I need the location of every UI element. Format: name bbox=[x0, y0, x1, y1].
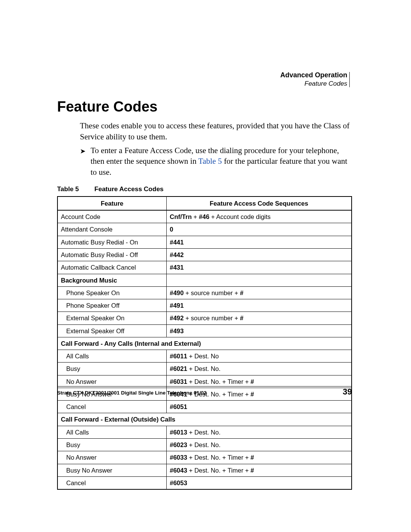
footer-source: Strata CTX DKT3001/2001 Digital Single L… bbox=[57, 390, 207, 396]
sequence-cell: #442 bbox=[167, 249, 352, 261]
col-header-feature: Feature bbox=[57, 197, 167, 210]
arrow-icon: ➤ bbox=[80, 147, 86, 156]
page-number: 39 bbox=[343, 386, 352, 398]
sequence-cell: #6051 bbox=[167, 401, 352, 413]
feature-cell: Phone Speaker On bbox=[57, 286, 167, 299]
table-row: All Calls#6011 + Dest. No bbox=[57, 350, 352, 363]
sequence-cell: #6053 bbox=[167, 476, 352, 489]
table-row: Call Forward - External (Outside) Calls bbox=[57, 413, 352, 426]
feature-cell: Automatic Callback Cancel bbox=[57, 261, 167, 274]
table-row: Busy#6021 + Dest. No. bbox=[57, 363, 352, 375]
sequence-cell: #441 bbox=[167, 236, 352, 248]
feature-cell: No Answer bbox=[57, 451, 167, 464]
table-row: Background Music bbox=[57, 274, 352, 286]
feature-cell: Automatic Busy Redial - On bbox=[57, 236, 167, 248]
sequence-cell: 0 bbox=[167, 223, 352, 236]
section-heading: Call Forward - Any Calls (Internal and E… bbox=[57, 337, 352, 350]
feature-codes-table: Feature Feature Access Code Sequences Ac… bbox=[57, 196, 352, 490]
table-caption-label: Table 5 bbox=[57, 185, 79, 193]
header-section: Advanced Operation bbox=[280, 70, 347, 80]
sequence-cell: #6013 + Dest. No. bbox=[167, 426, 352, 438]
feature-cell: External Speaker Off bbox=[57, 324, 167, 337]
table-caption-title: Feature Access Codes bbox=[94, 185, 164, 193]
feature-cell: Busy bbox=[57, 439, 167, 451]
feature-cell: Automatic Busy Redial - Off bbox=[57, 249, 167, 261]
feature-cell: Attendant Console bbox=[57, 223, 167, 236]
step-paragraph: ➤ To enter a Feature Access Code, use th… bbox=[80, 145, 352, 177]
page-title: Feature Codes bbox=[57, 97, 352, 117]
intro-paragraph: These codes enable you to access these f… bbox=[80, 120, 352, 142]
header-divider bbox=[349, 72, 350, 87]
feature-cell: Phone Speaker Off bbox=[57, 299, 167, 312]
table-row: Attendant Console0 bbox=[57, 223, 352, 236]
footer: Strata CTX DKT3001/2001 Digital Single L… bbox=[57, 386, 352, 398]
sequence-cell: #6011 + Dest. No bbox=[167, 350, 352, 363]
feature-cell: Cancel bbox=[57, 401, 167, 413]
table-row: No Answer#6033 + Dest. No. + Timer + # bbox=[57, 451, 352, 464]
sequence-cell: #492 + source number + # bbox=[167, 312, 352, 324]
page: Advanced Operation Feature Codes Feature… bbox=[0, 0, 411, 532]
feature-cell: All Calls bbox=[57, 350, 167, 363]
table-row: External Speaker On#492 + source number … bbox=[57, 312, 352, 324]
sequence-cell bbox=[167, 274, 352, 286]
table-row: Automatic Callback Cancel#431 bbox=[57, 261, 352, 274]
table-link[interactable]: Table 5 bbox=[198, 157, 222, 166]
sequence-cell: #431 bbox=[167, 261, 352, 274]
table-row: Cancel#6051 bbox=[57, 401, 352, 413]
section-heading: Background Music bbox=[57, 274, 167, 286]
table-caption: Table 5 Feature Access Codes bbox=[57, 185, 352, 194]
feature-cell: Account Code bbox=[57, 210, 167, 223]
feature-cell: Cancel bbox=[57, 476, 167, 489]
feature-cell: Busy bbox=[57, 363, 167, 375]
feature-cell: All Calls bbox=[57, 426, 167, 438]
table-row: Call Forward - Any Calls (Internal and E… bbox=[57, 337, 352, 350]
header-subsection: Feature Codes bbox=[280, 80, 347, 88]
sequence-cell: #6023 + Dest. No. bbox=[167, 439, 352, 451]
table-row: Phone Speaker Off#491 bbox=[57, 299, 352, 312]
table-row: Busy No Answer#6043 + Dest. No. + Timer … bbox=[57, 464, 352, 476]
table-row: Account CodeCnf/Trn + #46 + Account code… bbox=[57, 210, 352, 223]
sequence-cell: #491 bbox=[167, 299, 352, 312]
feature-cell: External Speaker On bbox=[57, 312, 167, 324]
section-heading: Call Forward - External (Outside) Calls bbox=[57, 413, 352, 426]
table-row: Automatic Busy Redial - On#441 bbox=[57, 236, 352, 248]
table-row: Busy#6023 + Dest. No. bbox=[57, 439, 352, 451]
table-row: Automatic Busy Redial - Off#442 bbox=[57, 249, 352, 261]
running-header: Advanced Operation Feature Codes bbox=[280, 70, 352, 88]
sequence-cell: #6033 + Dest. No. + Timer + # bbox=[167, 451, 352, 464]
sequence-cell: #6043 + Dest. No. + Timer + # bbox=[167, 464, 352, 476]
table-row: Cancel#6053 bbox=[57, 476, 352, 489]
sequence-cell: Cnf/Trn + #46 + Account code digits bbox=[167, 210, 352, 223]
sequence-cell: #490 + source number + # bbox=[167, 286, 352, 299]
sequence-cell: #6021 + Dest. No. bbox=[167, 363, 352, 375]
feature-cell: Busy No Answer bbox=[57, 464, 167, 476]
table-header-row: Feature Feature Access Code Sequences bbox=[57, 197, 352, 210]
table-row: Phone Speaker On#490 + source number + # bbox=[57, 286, 352, 299]
table-row: All Calls#6013 + Dest. No. bbox=[57, 426, 352, 438]
table-row: External Speaker Off#493 bbox=[57, 324, 352, 337]
col-header-sequence: Feature Access Code Sequences bbox=[167, 197, 352, 210]
sequence-cell: #493 bbox=[167, 324, 352, 337]
